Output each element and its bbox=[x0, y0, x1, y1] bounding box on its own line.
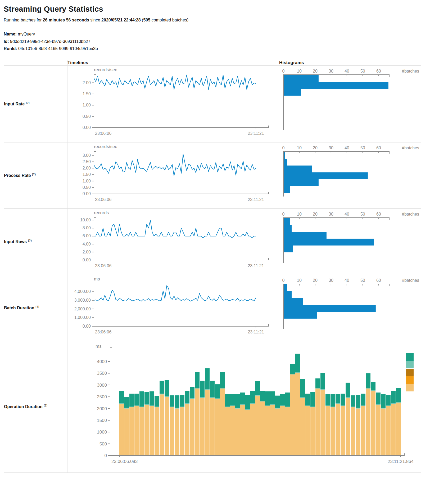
summary-since: since bbox=[89, 18, 101, 22]
process-rate-help[interactable]: (?) bbox=[32, 173, 36, 176]
process-rate-label-cell: Process Rate (?) bbox=[4, 142, 67, 208]
query-name-line: Name: myQuery bbox=[4, 30, 448, 38]
y-tick-label: 2000 bbox=[97, 406, 107, 411]
stacked-bar-middle-segment bbox=[381, 408, 386, 408]
stacked-bar-bottom-segment bbox=[165, 397, 169, 456]
stacked-bar-bottom-segment bbox=[124, 408, 129, 456]
summary-open-paren: ( bbox=[141, 18, 143, 22]
stacked-bar-middle-segment bbox=[295, 372, 300, 373]
process-rate-row: Process Rate (?) records/sec0.000.501.00… bbox=[4, 142, 421, 208]
stacked-bar-bottom-segment bbox=[144, 405, 149, 456]
histogram-bar bbox=[284, 239, 374, 246]
stacked-bar-top-segment bbox=[270, 391, 275, 404]
y-tick-label: 2,000.00 bbox=[74, 307, 91, 311]
corner-header-cell bbox=[4, 60, 67, 65]
query-name-label: Name: bbox=[4, 32, 17, 36]
x-tick-label: 50 bbox=[360, 69, 365, 73]
input-rows-label-cell: Input Rows (?) bbox=[4, 208, 67, 275]
stacked-bar-top-segment bbox=[124, 397, 129, 408]
axes bbox=[94, 284, 269, 326]
y-tick-label: 1.00 bbox=[83, 179, 91, 183]
stacked-bar-middle-segment bbox=[200, 397, 205, 398]
stacked-bar-bottom-segment bbox=[285, 407, 290, 456]
batch-duration-label-cell: Batch Duration (?) bbox=[4, 275, 67, 341]
stacked-bar-top-segment bbox=[371, 382, 375, 390]
stacked-bar-bottom-segment bbox=[381, 408, 386, 456]
x-tick-label: 20 bbox=[313, 146, 318, 150]
stacked-bar-top-segment bbox=[129, 394, 134, 407]
stacked-bar-top-segment bbox=[155, 396, 159, 407]
x-tick-label: 40 bbox=[345, 69, 349, 73]
histograms-header: Histograms bbox=[279, 60, 421, 65]
stacked-bar-top-segment bbox=[235, 394, 240, 408]
histogram-bar bbox=[284, 298, 303, 305]
stacked-bar-middle-segment bbox=[134, 405, 139, 406]
process-rate-timeline-cell: records/sec0.000.501.001.502.002.503.002… bbox=[67, 142, 279, 208]
x-end-label: 23:11:21.864 bbox=[388, 459, 414, 464]
stacked-bar-middle-segment bbox=[225, 407, 230, 407]
x-tick-label: 40 bbox=[345, 278, 349, 283]
y-tick-label: 2500 bbox=[97, 394, 107, 399]
stacked-bar-middle-segment bbox=[366, 388, 370, 389]
histogram-bar bbox=[284, 159, 287, 166]
stacked-bar-middle-segment bbox=[205, 389, 210, 390]
stacked-bar-top-segment bbox=[180, 395, 184, 407]
stacked-bar-bottom-segment bbox=[275, 408, 280, 456]
stacked-bar-top-segment bbox=[144, 392, 149, 404]
stacked-bar-bottom-segment bbox=[270, 405, 275, 456]
stacked-bar-middle-segment bbox=[175, 408, 179, 408]
histogram-bar bbox=[284, 82, 388, 89]
stacked-bar-middle-segment bbox=[386, 405, 391, 406]
stacked-bar-middle-segment bbox=[190, 398, 194, 399]
histogram-bar bbox=[284, 291, 292, 298]
x-tick-label: 10 bbox=[297, 69, 302, 73]
stacked-bar-top-segment bbox=[170, 395, 174, 407]
input-rate-help[interactable]: (?) bbox=[26, 101, 30, 104]
stacked-bar-middle-segment bbox=[290, 374, 295, 374]
x-tick-label: 30 bbox=[329, 146, 333, 150]
stacked-bar-middle-segment bbox=[275, 408, 280, 408]
x-start-label: 23:06:06 bbox=[95, 197, 111, 202]
y-tick-label: 2.50 bbox=[83, 159, 91, 164]
y-tick-label: 3000 bbox=[97, 382, 107, 387]
stacked-bar-middle-segment bbox=[220, 388, 225, 389]
summary-timestamp: 2020/05/21 22:44:28 bbox=[101, 18, 141, 22]
x-end-label: 23:11:21 bbox=[248, 197, 264, 202]
x-tick-label: 40 bbox=[345, 146, 349, 150]
input-rows-help[interactable]: (?) bbox=[28, 239, 32, 242]
batch-duration-histogram-cell: 0102030405060#batches bbox=[279, 275, 421, 341]
operation-duration-label: Operation Duration bbox=[4, 405, 43, 409]
running-batches-summary: Running batches for 26 minutes 56 second… bbox=[4, 18, 448, 23]
stacked-bar-top-segment bbox=[346, 382, 350, 397]
timeline-line bbox=[94, 154, 256, 176]
histogram-bar bbox=[284, 186, 290, 193]
stacked-bar-top-segment bbox=[139, 391, 144, 407]
stacked-bar-top-segment bbox=[260, 391, 265, 400]
operation-duration-help[interactable]: (?) bbox=[44, 404, 47, 407]
stacked-bar-middle-segment bbox=[129, 407, 134, 407]
histogram-bar bbox=[284, 218, 290, 225]
stacked-bar-top-segment bbox=[205, 368, 210, 389]
batch-duration-help[interactable]: (?) bbox=[35, 305, 39, 308]
input-rows-histogram-chart: 0102030405060#batches bbox=[279, 210, 421, 273]
streaming-query-statistics-page: Streaming Query Statistics Running batch… bbox=[0, 0, 448, 482]
x-tick-label: 20 bbox=[313, 212, 318, 216]
y-axis-unit-label: records/sec bbox=[94, 67, 117, 72]
stacked-bar-bottom-segment bbox=[341, 406, 345, 455]
stacked-bar-middle-segment bbox=[195, 388, 200, 389]
x-tick-label: 20 bbox=[313, 278, 318, 283]
x-tick-label: 30 bbox=[329, 69, 333, 73]
stacked-bar-top-segment bbox=[320, 373, 325, 389]
x-start-label: 23:06:06 bbox=[95, 330, 111, 334]
x-tick-label: 50 bbox=[360, 212, 365, 216]
stacked-bar-middle-segment bbox=[170, 407, 174, 407]
stacked-bar-bottom-segment bbox=[331, 407, 335, 456]
y-tick-label: 3500 bbox=[97, 371, 107, 376]
stacked-bar-top-segment bbox=[195, 372, 200, 388]
histogram-bar bbox=[284, 166, 312, 172]
stacked-bar-middle-segment bbox=[180, 407, 184, 407]
stacked-bar-middle-segment bbox=[331, 407, 335, 407]
x-tick-label: 30 bbox=[329, 278, 333, 283]
y-tick-label: 0.00 bbox=[83, 324, 91, 328]
stacked-bar-middle-segment bbox=[124, 408, 129, 408]
